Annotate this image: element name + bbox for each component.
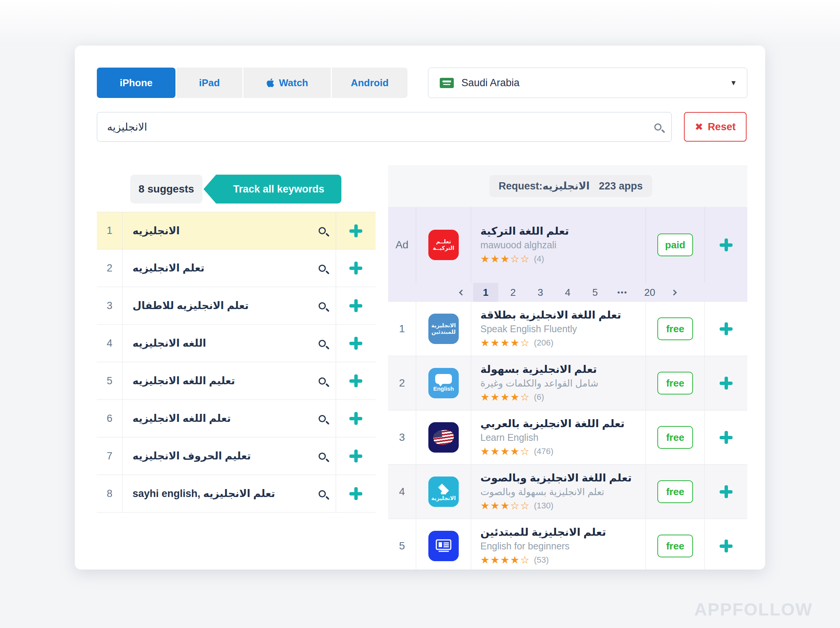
- add-app-button[interactable]: [704, 465, 747, 519]
- reset-button[interactable]: ✖ Reset: [684, 112, 747, 142]
- us-flag-icon: [433, 429, 455, 446]
- search-icon[interactable]: [319, 302, 326, 309]
- keyword-text: تعلم اللغه الانجليزيه: [133, 412, 231, 424]
- price-badge-cell: paid: [646, 207, 704, 283]
- prev-page-button[interactable]: [453, 283, 471, 302]
- chevron-down-icon: ▾: [731, 78, 736, 88]
- plus-icon: [720, 485, 733, 498]
- price-badge: free: [657, 480, 693, 503]
- keyword-term[interactable]: تعلم اللغه الانجليزيه: [123, 400, 336, 437]
- tab-android[interactable]: Android: [332, 68, 407, 98]
- keyword-text: اللغه الانجليزيه: [133, 337, 206, 349]
- page-button-5[interactable]: 5: [583, 283, 608, 302]
- tab-ipad[interactable]: iPad: [177, 68, 242, 98]
- pagination: 1 2 3 4 5 ••• 20: [388, 283, 747, 302]
- app-row: 2 English تعلم الانجليزية بسهولة شامل ال…: [388, 356, 747, 410]
- plus-icon: [349, 487, 362, 500]
- search-icon[interactable]: [319, 377, 326, 385]
- next-page-button[interactable]: [665, 283, 683, 302]
- app-row: 3 تعلم اللغة الانجليزية بالعربي Learn En…: [388, 410, 747, 465]
- app-title[interactable]: تعلم اللغة الانجليزية وبالصوت: [480, 472, 632, 484]
- page-button-20[interactable]: 20: [637, 283, 662, 302]
- price-badge-cell: free: [646, 302, 704, 356]
- app-icon-cell: تعلــم التركيــة: [416, 207, 471, 283]
- keyword-term[interactable]: sayhi english, تعلم الانجليزيه: [123, 475, 336, 512]
- plus-icon: [349, 224, 362, 237]
- saudi-arabia-flag-icon: [440, 78, 454, 88]
- app-title[interactable]: تعلم الانجليزية بسهولة: [480, 363, 597, 376]
- keyword-search-box: [97, 112, 672, 142]
- price-badge: free: [657, 535, 693, 557]
- search-icon[interactable]: [319, 265, 326, 272]
- tab-watch[interactable]: Watch: [243, 68, 331, 98]
- ratings-count: (206): [534, 338, 553, 348]
- app-rank: 3: [388, 410, 416, 464]
- keyword-term[interactable]: تعلم الانجليزيه: [123, 249, 336, 287]
- page-button-2[interactable]: 2: [501, 283, 526, 302]
- pagination-ellipsis: •••: [610, 283, 635, 302]
- add-app-button[interactable]: [704, 410, 747, 464]
- search-icon[interactable]: [654, 123, 662, 131]
- tab-iphone[interactable]: iPhone: [97, 68, 175, 98]
- country-select[interactable]: Saudi Arabia ▾: [428, 68, 747, 98]
- app-title[interactable]: تعلم الانجليزية للمبتدئين: [480, 526, 606, 538]
- add-app-button[interactable]: [704, 519, 747, 570]
- tab-ipad-label: iPad: [199, 77, 220, 89]
- add-app-button[interactable]: [704, 302, 747, 356]
- app-title[interactable]: تعلم اللغة التركية: [480, 225, 569, 237]
- price-badge-cell: free: [646, 519, 704, 570]
- add-keyword-button[interactable]: [336, 249, 376, 287]
- keyword-term[interactable]: تعليم اللغه الانجليزيه: [123, 362, 336, 399]
- app-subtitle: Learn English: [480, 432, 538, 443]
- keyword-row: 5 تعليم اللغه الانجليزيه: [97, 362, 376, 400]
- app-subtitle: شامل القواعد والكلمات وغيرة: [480, 378, 598, 389]
- plus-icon: [349, 450, 362, 462]
- app-icon: [428, 531, 459, 561]
- plus-icon: [349, 262, 362, 275]
- tab-iphone-label: iPhone: [120, 77, 153, 89]
- x-icon: ✖: [695, 121, 703, 133]
- search-icon[interactable]: [319, 490, 326, 497]
- keyword-term[interactable]: تعلم الانجليزيه للاطفال: [123, 287, 336, 324]
- keyword-term[interactable]: الانجليزيه: [123, 212, 336, 249]
- keyword-term[interactable]: تعليم الحروف الانجليزيه: [123, 437, 336, 475]
- page-button-4[interactable]: 4: [555, 283, 580, 302]
- star-icons: ★★★★☆: [480, 337, 530, 349]
- add-keyword-button[interactable]: [336, 475, 376, 512]
- page-button-3[interactable]: 3: [528, 283, 553, 302]
- search-icon[interactable]: [319, 453, 326, 460]
- add-keyword-button[interactable]: [336, 437, 376, 475]
- add-keyword-button[interactable]: [336, 362, 376, 399]
- plus-icon: [720, 431, 733, 444]
- keyword-term[interactable]: اللغه الانجليزيه: [123, 325, 336, 362]
- request-label: Request:الانجليزيه: [499, 180, 590, 192]
- app-rating: ★★★☆☆ (4): [480, 253, 544, 265]
- search-icon[interactable]: [319, 227, 326, 234]
- suggests-count-label: 8 suggests: [139, 183, 194, 195]
- add-app-button[interactable]: [704, 356, 747, 410]
- add-keyword-button[interactable]: [336, 400, 376, 437]
- app-row: 5 تعلم الانجليزية للمبتدئين English for …: [388, 519, 747, 570]
- app-rating: ★★★☆☆ (130): [480, 500, 553, 512]
- document-icon: [436, 539, 452, 553]
- search-input[interactable]: [107, 121, 654, 133]
- app-icon-cell: [416, 410, 471, 464]
- apps-count-label: 223 apps: [599, 180, 643, 192]
- app-title[interactable]: تعلم اللغة الانجليزية بالعربي: [480, 417, 625, 430]
- price-badge: free: [657, 426, 693, 449]
- tab-watch-label: Watch: [279, 77, 308, 89]
- keyword-row: 1 الانجليزيه: [97, 212, 376, 249]
- country-name: Saudi Arabia: [461, 77, 519, 89]
- keyword-row: 4 اللغه الانجليزيه: [97, 325, 376, 362]
- page-button-1[interactable]: 1: [473, 283, 498, 302]
- search-icon[interactable]: [319, 415, 326, 422]
- keyword-text: تعلم الانجليزيه للاطفال: [133, 300, 249, 312]
- plus-icon: [720, 377, 733, 390]
- app-title[interactable]: تعلم اللغة الانجليزية بطلاقة: [480, 309, 621, 321]
- add-keyword-button[interactable]: [336, 287, 376, 324]
- search-icon[interactable]: [319, 340, 326, 347]
- add-keyword-button[interactable]: [336, 325, 376, 362]
- add-app-button[interactable]: [704, 207, 747, 283]
- track-all-keywords-button[interactable]: Track all keywords: [216, 175, 341, 204]
- add-keyword-button[interactable]: [336, 212, 376, 249]
